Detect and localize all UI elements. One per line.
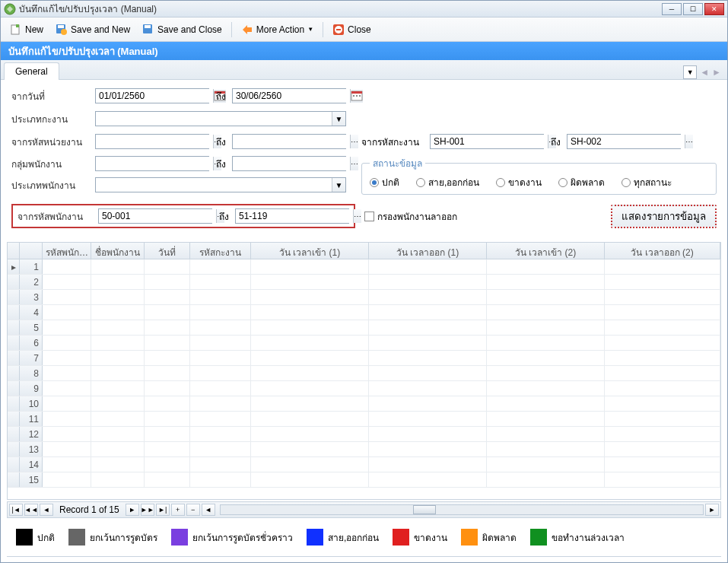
emp-to-input[interactable]: ⋯ [235,208,349,224]
row-indicator [8,336,20,350]
nav-next-button[interactable]: ► [126,504,139,516]
dropdown-icon: ▼ [307,26,313,33]
table-row[interactable]: 10 [8,396,720,412]
tab-menu-button[interactable]: ▼ [683,65,697,79]
emp-type-field[interactable] [99,178,332,192]
dept-to-input[interactable]: ⋯ [232,134,346,149]
calendar-icon[interactable] [350,89,363,103]
svg-point-5 [61,29,67,35]
table-row[interactable]: 6 [8,336,720,351]
grid-col-timeout1[interactable]: วัน เวลาออก (1) [369,243,487,259]
tab-general[interactable]: General [4,62,59,80]
nav-scroll-right-button[interactable]: ► [705,504,719,516]
lookup-icon[interactable]: ⋯ [685,135,693,148]
maximize-button[interactable]: ☐ [683,3,703,15]
emp-group-from-input[interactable]: ⋯ [95,156,209,171]
table-row[interactable]: 3 [8,290,720,305]
app-icon [4,3,16,15]
tab-next-icon[interactable]: ► [712,67,721,78]
status-all-radio[interactable]: ทุกสถานะ [622,175,672,189]
close-button[interactable]: Close [328,22,376,37]
from-date-field[interactable] [99,89,213,103]
to-date-field[interactable] [236,89,350,103]
filter-resigned-checkbox[interactable]: กรองพนักงานลาออก [364,209,457,224]
table-row[interactable]: 14 [8,457,720,472]
shift-from-input[interactable]: ⋯ [430,134,544,149]
table-row[interactable]: 5 [8,320,720,336]
status-error-radio[interactable]: ผิดพลาด [558,175,605,189]
dept-from-field[interactable] [99,135,213,148]
nav-scrollbar[interactable] [220,504,704,515]
table-row[interactable]: 7 [8,351,720,366]
row-number: 2 [20,275,43,289]
lookup-icon[interactable]: ⋯ [353,209,361,223]
grid-col-date[interactable]: วันที่ [145,243,190,259]
emp-from-field[interactable] [102,209,216,223]
table-row[interactable]: 11 [8,412,720,427]
table-row[interactable]: 8 [8,366,720,381]
table-row[interactable]: 13 [8,442,720,457]
emp-group-from-field[interactable] [99,157,213,170]
nav-prev-button[interactable]: ◄ [40,504,53,516]
grid-col-empname[interactable]: ชื่อพนักงาน [91,243,145,259]
grid-col-timein2[interactable]: วัน เวลาเข้า (2) [487,243,605,259]
radio-icon [416,178,425,187]
status-normal-radio[interactable]: ปกติ [370,175,399,189]
from-date-input[interactable] [95,88,209,103]
grid-col-empcode[interactable]: รหัสพนัก… [43,243,91,259]
nav-next-page-button[interactable]: ►► [141,504,154,516]
row-indicator [8,442,20,456]
nav-prev-page-button[interactable]: ◄◄ [24,504,38,516]
table-row[interactable]: 4 [8,305,720,320]
status-absent-radio[interactable]: ขาดงาน [496,175,542,189]
nav-first-button[interactable]: |◄ [9,504,23,516]
radio-icon [370,178,379,187]
legend-label: ผิดพลาด [482,530,517,545]
table-row[interactable]: 12 [8,427,720,442]
close-window-button[interactable]: ✕ [704,3,724,15]
more-action-button[interactable]: More Action ▼ [237,22,318,37]
emp-group-to-field[interactable] [236,157,350,170]
lookup-icon[interactable]: ⋯ [350,135,358,148]
legend-item: ปกติ [16,529,55,546]
nav-scroll-left-button[interactable]: ◄ [202,504,215,516]
grid-col-timeout2[interactable]: วัน เวลาออก (2) [605,243,720,259]
emp-from-input[interactable]: ⋯ [98,208,212,224]
shift-to-field[interactable] [571,135,685,148]
tab-prev-icon[interactable]: ◄ [700,67,709,78]
table-row[interactable]: 2 [8,275,720,290]
nav-add-button[interactable]: + [171,504,185,516]
emp-group-to-input[interactable]: ⋯ [232,156,346,171]
dept-from-input[interactable]: ⋯ [95,134,209,149]
grid-body[interactable]: ▸123456789101112131415 [8,259,720,499]
grid-col-timein1[interactable]: วัน เวลาเข้า (1) [251,243,369,259]
shift-to-input[interactable]: ⋯ [567,134,681,149]
emp-type-select[interactable]: ▼ [95,177,346,192]
minimize-button[interactable]: ─ [662,3,682,15]
emp-to-field[interactable] [239,209,353,223]
table-row[interactable]: 9 [8,381,720,396]
status-late-radio[interactable]: สาย,ออกก่อน [416,175,479,189]
save-new-label: Save and New [71,24,130,35]
nav-last-button[interactable]: ►| [156,504,170,516]
nav-delete-button[interactable]: − [186,504,200,516]
lookup-icon[interactable]: ⋯ [350,157,358,170]
save-close-icon [142,24,154,36]
shift-type-field[interactable] [99,112,332,126]
dropdown-icon[interactable]: ▼ [332,178,345,192]
table-row[interactable]: ▸1 [8,259,720,275]
save-and-close-button[interactable]: Save and Close [138,22,227,37]
show-data-button[interactable]: แสดงรายการข้อมูล [611,205,717,228]
dropdown-icon[interactable]: ▼ [332,112,345,126]
new-button[interactable]: New [5,22,48,37]
save-and-new-button[interactable]: Save and New [51,22,135,37]
to-label-5: ถึง [212,209,235,224]
to-date-input[interactable] [232,88,346,103]
nav-scroll-thumb[interactable] [413,505,436,514]
shift-type-select[interactable]: ▼ [95,111,346,126]
dept-to-field[interactable] [236,135,350,148]
table-row[interactable]: 15 [8,472,720,488]
shift-from-field[interactable] [434,135,548,148]
grid-col-shiftcode[interactable]: รหัสกะงาน [190,243,251,259]
filter-resigned-label: กรองพนักงานลาออก [377,209,457,224]
